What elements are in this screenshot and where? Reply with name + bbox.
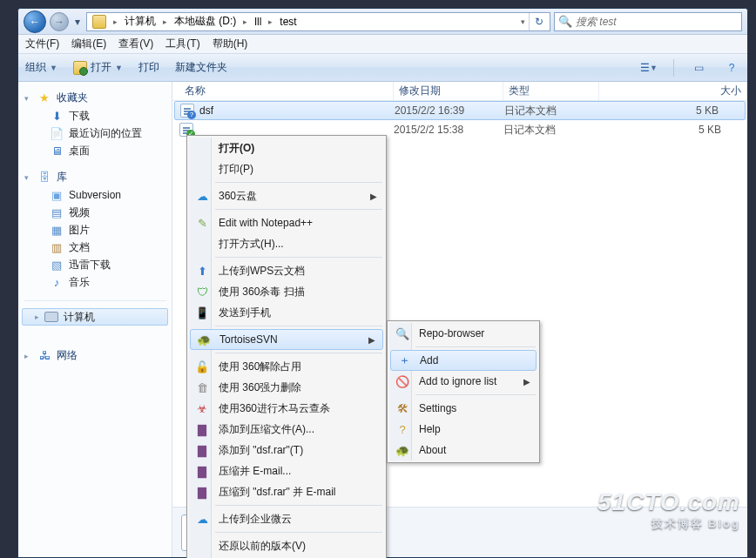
nav-item-subversion[interactable]: ▣Subversion <box>18 186 172 204</box>
separator <box>215 257 382 258</box>
ctx-upload-qywx[interactable]: ☁上传到企业微云 <box>189 508 384 529</box>
file-icon <box>180 104 194 118</box>
ctx-360-force-delete[interactable]: 🗑使用 360强力删除 <box>189 377 384 398</box>
nav-group-favorites[interactable]: ▾ ★ 收藏夹 <box>18 89 172 107</box>
ctx-restore-previous[interactable]: 还原以前的版本(V) <box>189 535 384 556</box>
breadcrumb-seg[interactable]: 本地磁盘 (D:) <box>171 13 240 30</box>
menu-tools[interactable]: 工具(T) <box>165 37 199 51</box>
help-button[interactable]: ? <box>723 59 740 77</box>
ctx-360-scan[interactable]: 🛡使用 360杀毒 扫描 <box>189 281 384 302</box>
ctx-add-to-archive[interactable]: ▇添加到压缩文件(A)... <box>189 419 384 440</box>
separator <box>673 59 674 77</box>
chevron-down-icon: ▾ <box>24 94 32 103</box>
svn-about[interactable]: 🐢About <box>389 440 537 461</box>
chevron-right-icon: ▸ <box>111 17 119 26</box>
column-type[interactable]: 类型 <box>503 82 599 100</box>
svn-add[interactable]: ＋Add <box>390 350 537 371</box>
nav-forward-button[interactable]: → <box>50 12 69 31</box>
svn-add-to-ignore[interactable]: 🚫Add to ignore list▶ <box>389 371 537 392</box>
archive-icon: ▇ <box>194 463 210 479</box>
svn-repo-browser[interactable]: 🔍Repo-browser <box>389 323 537 344</box>
search-box[interactable]: 🔍 <box>554 12 742 31</box>
nav-item-network[interactable]: ▸ 🖧 网络 <box>18 346 172 365</box>
preview-pane-button[interactable]: ▭ <box>690 59 707 77</box>
breadcrumb[interactable]: ▸ 计算机 ▸ 本地磁盘 (D:) ▸ lll ▸ test ▾ ↻ <box>86 12 550 31</box>
phone-icon: 📱 <box>194 305 210 320</box>
column-headers: 名称 修改日期 类型 大小 <box>172 82 747 101</box>
ctx-open-with[interactable]: 打开方式(H)... <box>189 233 384 254</box>
menu-view[interactable]: 查看(V) <box>118 37 153 51</box>
file-type: 日记本文档 <box>504 104 600 118</box>
breadcrumb-seg[interactable]: test <box>276 13 300 30</box>
repo-browser-icon: 🔍 <box>395 326 410 341</box>
context-submenu-tortoisesvn: 🔍Repo-browser ＋Add 🚫Add to ignore list▶ … <box>387 320 540 463</box>
nav-back-button[interactable]: ← <box>24 10 46 33</box>
separator <box>215 532 382 533</box>
ctx-wps-upload[interactable]: ⬆上传到WPS云文档 <box>189 260 384 281</box>
open-button[interactable]: 打开▼ <box>73 60 123 75</box>
ctx-add-to-dsf-rar[interactable]: ▇添加到 "dsf.rar"(T) <box>189 440 384 461</box>
nav-item-documents[interactable]: ▥文档 <box>18 239 172 256</box>
column-size[interactable]: 大小 <box>599 82 747 100</box>
chevron-right-icon: ▸ <box>267 17 274 26</box>
view-options-button[interactable]: ☰ ▼ <box>640 59 658 77</box>
print-button[interactable]: 打印 <box>138 60 159 75</box>
chevron-right-icon: ▶ <box>370 192 377 201</box>
nav-item-desktop[interactable]: 🖥桌面 <box>18 142 172 159</box>
notepadpp-icon: ✎ <box>194 215 210 231</box>
nav-item-thunder[interactable]: ▧迅雷下载 <box>18 256 172 273</box>
svn-help[interactable]: ?Help <box>389 419 537 440</box>
nav-history-dropdown[interactable]: ▾ <box>72 12 83 31</box>
refresh-button[interactable]: ↻ <box>529 13 548 30</box>
ctx-360-unlock[interactable]: 🔓使用 360解除占用 <box>189 356 384 377</box>
menu-file[interactable]: 文件(F) <box>25 37 59 51</box>
unlock-icon: 🔓 <box>194 359 210 374</box>
cloud-icon: ☁ <box>194 511 210 527</box>
help-icon: ? <box>395 421 410 437</box>
libraries-icon: 🗄 <box>37 171 51 185</box>
computer-icon <box>44 312 58 322</box>
nav-item-music[interactable]: ♪音乐 <box>18 273 172 291</box>
chevron-down-icon: ▼ <box>50 64 57 72</box>
nav-item-pictures[interactable]: ▦图片 <box>18 221 172 239</box>
ctx-notepadpp[interactable]: ✎Edit with Notepad++ <box>189 212 384 233</box>
pictures-icon: ▦ <box>50 223 64 237</box>
ctx-360-trojan[interactable]: ☣使用360进行木马云查杀 <box>189 398 384 419</box>
ctx-send-phone[interactable]: 📱发送到手机 <box>189 302 384 323</box>
nav-item-downloads[interactable]: ⬇下载 <box>18 107 172 124</box>
network-icon: 🖧 <box>37 349 51 363</box>
shredder-icon: 🗑 <box>194 380 210 395</box>
ctx-360cloud[interactable]: ☁360云盘▶ <box>189 185 384 206</box>
menu-edit[interactable]: 编辑(E) <box>71 37 106 51</box>
desktop-icon: 🖥 <box>50 144 64 158</box>
ctx-compress-dsf-email[interactable]: ▇压缩到 "dsf.rar" 并 E-mail <box>189 481 384 502</box>
nav-item-videos[interactable]: ▤视频 <box>18 204 172 221</box>
column-date[interactable]: 修改日期 <box>394 82 503 100</box>
separator <box>215 182 382 183</box>
organize-button[interactable]: 组织▼ <box>25 60 57 75</box>
thunder-icon: ▧ <box>50 258 64 272</box>
arrow-right-icon: → <box>54 16 64 28</box>
nav-group-libraries[interactable]: ▾ 🗄 库 <box>18 168 172 186</box>
svn-settings[interactable]: 🛠Settings <box>389 398 537 419</box>
file-row[interactable]: dsf 2015/2/2 16:39 日记本文档 5 KB <box>174 101 746 120</box>
nav-item-recent[interactable]: 📄最近访问的位置 <box>18 124 172 142</box>
wps-icon: ⬆ <box>194 263 210 279</box>
nav-item-computer[interactable]: ▸ 计算机 <box>22 308 168 326</box>
chevron-right-icon: ▸ <box>241 17 249 26</box>
ctx-print[interactable]: 打印(P) <box>189 158 384 179</box>
breadcrumb-seg[interactable]: lll <box>251 13 265 30</box>
new-folder-button[interactable]: 新建文件夹 <box>175 60 227 75</box>
separator <box>24 300 166 301</box>
separator <box>215 209 382 210</box>
ctx-compress-email[interactable]: ▇压缩并 E-mail... <box>189 461 384 481</box>
star-icon: ★ <box>37 91 51 105</box>
search-input[interactable] <box>576 16 738 28</box>
menu-help[interactable]: 帮助(H) <box>213 37 248 51</box>
column-name[interactable]: 名称 <box>179 82 394 100</box>
chevron-right-icon: ▶ <box>523 377 530 387</box>
ctx-tortoisesvn[interactable]: 🐢TortoiseSVN▶ <box>190 329 383 350</box>
ctx-open[interactable]: 打开(O) <box>189 138 384 158</box>
chevron-down-icon[interactable]: ▾ <box>519 17 527 26</box>
breadcrumb-seg[interactable]: 计算机 <box>121 13 159 30</box>
